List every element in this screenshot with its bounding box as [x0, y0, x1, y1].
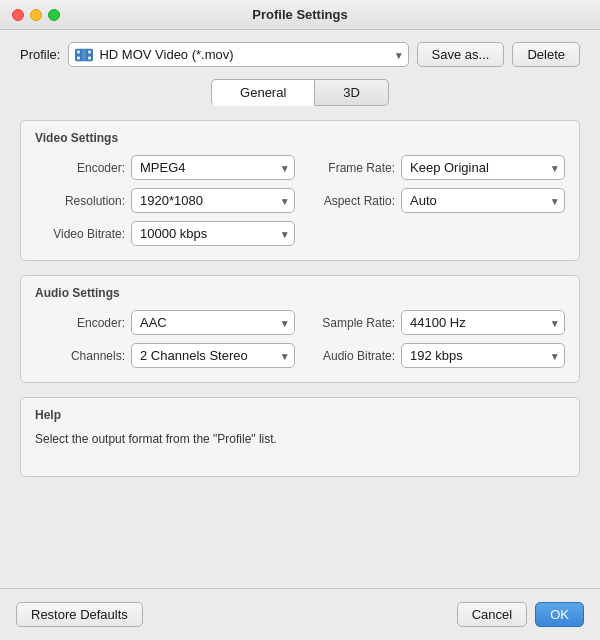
help-text: Select the output format from the "Profi…	[35, 430, 565, 448]
restore-defaults-button[interactable]: Restore Defaults	[16, 602, 143, 627]
video-bitrate-label: Video Bitrate:	[35, 227, 125, 241]
profile-select-wrapper: HD MOV Video (*.mov) ▾	[68, 42, 408, 67]
resolution-select-wrapper: 1920*1080 ▾	[131, 188, 295, 213]
frame-rate-label: Frame Rate:	[305, 161, 395, 175]
delete-button[interactable]: Delete	[512, 42, 580, 67]
help-section: Help Select the output format from the "…	[20, 397, 580, 477]
audio-bitrate-select-wrapper: 192 kbps ▾	[401, 343, 565, 368]
audio-encoder-select-wrapper: AAC ▾	[131, 310, 295, 335]
help-title: Help	[35, 408, 565, 422]
video-bitrate-row: Video Bitrate: 10000 kbps ▾	[35, 221, 295, 246]
maximize-button[interactable]	[48, 9, 60, 21]
channels-row: Channels: 2 Channels Stereo ▾	[35, 343, 295, 368]
audio-encoder-select[interactable]: AAC	[131, 310, 295, 335]
audio-settings-section: Audio Settings Encoder: AAC ▾ Sample Rat…	[20, 275, 580, 383]
save-as-button[interactable]: Save as...	[417, 42, 505, 67]
aspect-ratio-select[interactable]: Auto	[401, 188, 565, 213]
audio-encoder-row: Encoder: AAC ▾	[35, 310, 295, 335]
audio-bitrate-row: Audio Bitrate: 192 kbps ▾	[305, 343, 565, 368]
video-bitrate-select-wrapper: 10000 kbps ▾	[131, 221, 295, 246]
profile-select[interactable]: HD MOV Video (*.mov)	[68, 42, 408, 67]
video-bitrate-select[interactable]: 10000 kbps	[131, 221, 295, 246]
aspect-ratio-select-wrapper: Auto ▾	[401, 188, 565, 213]
traffic-lights	[12, 9, 60, 21]
sample-rate-row: Sample Rate: 44100 Hz ▾	[305, 310, 565, 335]
aspect-ratio-label: Aspect Ratio:	[305, 194, 395, 208]
close-button[interactable]	[12, 9, 24, 21]
encoder-row: Encoder: MPEG4 ▾	[35, 155, 295, 180]
encoder-label: Encoder:	[35, 161, 125, 175]
profile-row: Profile: HD MOV Video (*.mov) ▾ Save as.…	[20, 42, 580, 67]
minimize-button[interactable]	[30, 9, 42, 21]
audio-encoder-label: Encoder:	[35, 316, 125, 330]
resolution-label: Resolution:	[35, 194, 125, 208]
profile-label: Profile:	[20, 47, 60, 62]
bottom-bar: Restore Defaults Cancel OK	[0, 588, 600, 640]
video-settings-title: Video Settings	[35, 131, 565, 145]
video-settings-section: Video Settings Encoder: MPEG4 ▾ Frame Ra…	[20, 120, 580, 261]
window-title: Profile Settings	[252, 7, 347, 22]
audio-bitrate-label: Audio Bitrate:	[305, 349, 395, 363]
empty-cell	[305, 221, 565, 246]
sample-rate-label: Sample Rate:	[305, 316, 395, 330]
tab-general[interactable]: General	[211, 79, 315, 106]
audio-settings-grid: Encoder: AAC ▾ Sample Rate: 44100 Hz ▾	[35, 310, 565, 368]
encoder-select[interactable]: MPEG4	[131, 155, 295, 180]
title-bar: Profile Settings	[0, 0, 600, 30]
bottom-right-buttons: Cancel OK	[457, 602, 584, 627]
encoder-select-wrapper: MPEG4 ▾	[131, 155, 295, 180]
frame-rate-row: Frame Rate: Keep Original ▾	[305, 155, 565, 180]
main-content: Profile: HD MOV Video (*.mov) ▾ Save as.…	[0, 30, 600, 503]
resolution-select[interactable]: 1920*1080	[131, 188, 295, 213]
frame-rate-select-wrapper: Keep Original ▾	[401, 155, 565, 180]
audio-bitrate-select[interactable]: 192 kbps	[401, 343, 565, 368]
sample-rate-select[interactable]: 44100 Hz	[401, 310, 565, 335]
resolution-row: Resolution: 1920*1080 ▾	[35, 188, 295, 213]
channels-select[interactable]: 2 Channels Stereo	[131, 343, 295, 368]
aspect-ratio-row: Aspect Ratio: Auto ▾	[305, 188, 565, 213]
cancel-button[interactable]: Cancel	[457, 602, 527, 627]
audio-settings-title: Audio Settings	[35, 286, 565, 300]
channels-select-wrapper: 2 Channels Stereo ▾	[131, 343, 295, 368]
video-settings-grid: Encoder: MPEG4 ▾ Frame Rate: Keep Origin…	[35, 155, 565, 246]
frame-rate-select[interactable]: Keep Original	[401, 155, 565, 180]
ok-button[interactable]: OK	[535, 602, 584, 627]
tab-3d[interactable]: 3D	[315, 79, 389, 106]
channels-label: Channels:	[35, 349, 125, 363]
tabs-row: General 3D	[20, 79, 580, 106]
sample-rate-select-wrapper: 44100 Hz ▾	[401, 310, 565, 335]
